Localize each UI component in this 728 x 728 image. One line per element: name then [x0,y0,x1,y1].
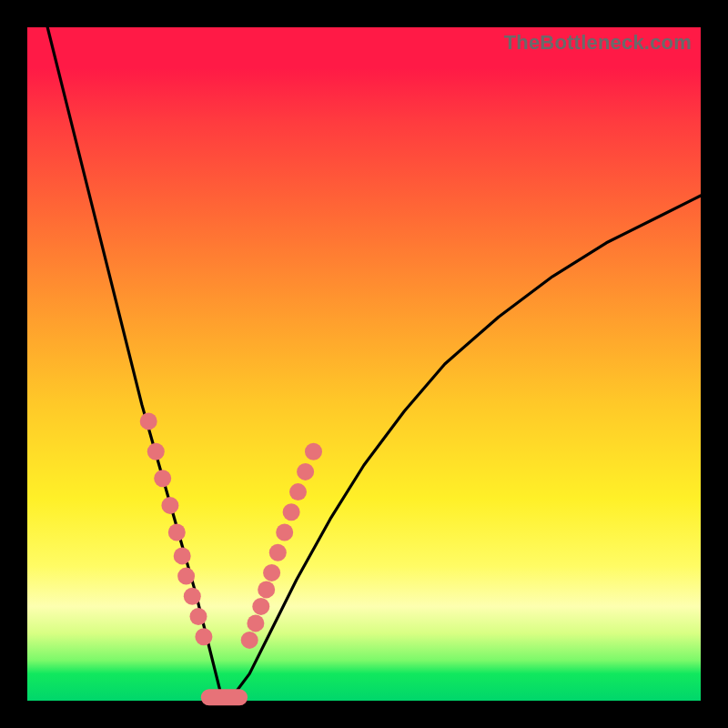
bottleneck-curve-path [47,27,701,701]
left-arm-dots [140,412,213,645]
marker-dot [174,547,191,564]
chart-frame: TheBottleneck.com [0,0,728,728]
marker-dot [177,568,195,585]
marker-dot [289,483,307,500]
marker-dot [247,614,264,632]
marker-dot [154,470,171,487]
marker-dot [161,497,178,514]
marker-dot [269,544,287,561]
marker-dot [297,463,314,480]
plot-area: TheBottleneck.com [27,27,701,701]
marker-dot [241,632,258,649]
marker-dot [195,628,212,645]
marker-dot [168,524,186,541]
marker-dot [305,443,322,460]
marker-dot [252,598,269,615]
marker-dot [140,412,157,430]
marker-dot [263,564,280,581]
marker-dot [147,443,165,460]
marker-dot [184,588,201,605]
marker-dot [283,503,300,521]
marker-dot [276,524,293,541]
marker-dot [190,608,207,625]
marker-dot [258,581,275,598]
curve-layer [27,27,701,701]
right-arm-dots [241,443,322,649]
